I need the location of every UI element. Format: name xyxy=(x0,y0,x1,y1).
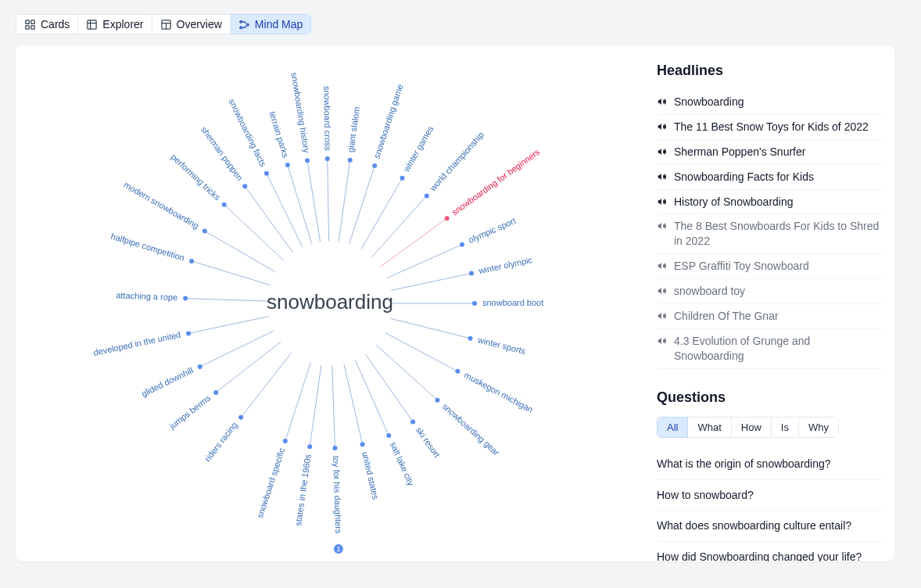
tab-explorer[interactable]: Explorer xyxy=(78,14,152,34)
mind-map-node-dot[interactable] xyxy=(305,158,310,163)
mind-map-node-label[interactable]: snowboard specific xyxy=(255,446,286,519)
mind-map-edge xyxy=(288,165,312,243)
question-item[interactable]: How to snowboard? xyxy=(657,480,882,511)
mind-map-node-dot[interactable] xyxy=(400,176,405,181)
mind-map-node-label[interactable]: sherman poppen xyxy=(199,124,245,182)
mind-map-node-dot[interactable] xyxy=(242,184,247,188)
mind-map-node-dot[interactable] xyxy=(410,420,415,425)
mind-map-node-label[interactable]: developed in the united xyxy=(93,330,182,357)
headline-item[interactable]: Snowboarding Facts for Kids xyxy=(657,165,882,190)
mind-map-node-label[interactable]: riders racing xyxy=(202,420,239,463)
cards-icon xyxy=(24,19,36,30)
mind-map-node-dot[interactable] xyxy=(283,439,288,443)
qtab-why[interactable]: Why xyxy=(799,417,839,438)
mind-map-node-label[interactable]: winter games xyxy=(401,124,435,174)
question-item[interactable]: How did Snowboarding changed your life? xyxy=(657,542,882,561)
mind-map-node-dot[interactable] xyxy=(198,364,202,369)
mind-map-node-dot[interactable] xyxy=(183,296,188,301)
headline-item[interactable]: History of Snowboarding xyxy=(657,190,882,215)
mind-map-node-label[interactable]: snowboard boot xyxy=(482,298,543,307)
tab-mind-map[interactable]: Mind Map xyxy=(231,14,311,34)
tab-cards[interactable]: Cards xyxy=(16,14,78,34)
mind-map-node-label[interactable]: attaching a rope xyxy=(116,290,177,302)
headline-item[interactable]: snowboard toy xyxy=(657,279,882,304)
mind-map-node-label[interactable]: salt lake city xyxy=(389,440,417,487)
mind-map-node-label[interactable]: world championship xyxy=(428,130,486,193)
mind-map-node-dot[interactable] xyxy=(189,259,194,264)
qtab-what[interactable]: What xyxy=(688,417,731,438)
qtab-all[interactable]: All xyxy=(657,417,688,438)
headline-item[interactable]: Sherman Poppen's Snurfer xyxy=(657,140,882,165)
mind-map-node-dot[interactable] xyxy=(472,301,477,306)
mind-map-node-label[interactable]: ski resort xyxy=(414,425,442,459)
mind-map-node-label[interactable]: jumps berms xyxy=(167,393,213,431)
headline-item[interactable]: The 8 Best Snowboards For Kids to Shred … xyxy=(657,214,882,254)
mind-map-node-label[interactable]: snowboard cross xyxy=(322,86,332,152)
mind-map-node-label[interactable]: performing tricks xyxy=(170,152,223,203)
mind-map-node-dot[interactable] xyxy=(186,331,191,335)
mind-map-node-dot[interactable] xyxy=(307,444,312,449)
mind-map-node-dot[interactable] xyxy=(332,446,337,450)
mind-map-node-dot[interactable] xyxy=(264,171,269,176)
qtab-how[interactable]: How xyxy=(732,417,772,438)
mind-map-node-label[interactable]: states in the 1960s xyxy=(293,454,313,527)
mind-map-node-label[interactable]: giant slalom xyxy=(346,106,361,153)
mind-map-node-label[interactable]: winter olympic xyxy=(477,255,533,276)
mind-map-node-dot[interactable] xyxy=(435,398,439,403)
mind-map-node-label[interactable]: snowboarding history xyxy=(289,72,311,154)
mind-map-edge xyxy=(376,346,437,400)
mind-map-node-label[interactable]: muskegon michigan xyxy=(463,370,535,414)
mind-map-node-dot[interactable] xyxy=(386,433,391,438)
mind-map-edge xyxy=(241,353,292,418)
headline-item[interactable]: 4.3 Evolution of Grunge and Snowboarding xyxy=(657,329,882,369)
tab-overview[interactable]: Overview xyxy=(152,14,231,34)
svg-point-6 xyxy=(240,20,242,23)
mind-map-node-dot[interactable] xyxy=(360,442,365,446)
mind-map-node-dot[interactable] xyxy=(213,390,218,395)
side-pane: Headlines SnowboardingThe 11 Best Snow T… xyxy=(644,45,894,561)
mind-map-node-dot[interactable] xyxy=(460,242,464,247)
mind-map-svg[interactable]: snowboardingsnowboard specificstates in … xyxy=(16,45,644,561)
headline-item[interactable]: The 11 Best Snow Toys for Kids of 2022 xyxy=(657,115,882,140)
mind-map-node-dot[interactable] xyxy=(222,203,227,207)
mind-map-node-label[interactable]: toy for his daughters xyxy=(331,456,343,535)
bullhorn-icon xyxy=(657,171,668,182)
mind-map-node-label[interactable]: halfpipe competition xyxy=(110,231,186,263)
mind-map-node-dot[interactable] xyxy=(445,216,450,220)
mind-map-node-label[interactable]: olympic sport xyxy=(467,216,517,245)
mind-map-center: snowboarding xyxy=(267,290,393,314)
mind-map-node-label[interactable]: snowboarding game xyxy=(372,83,405,160)
mind-map-node-label[interactable]: glided downhill xyxy=(140,365,195,398)
bullhorn-icon xyxy=(657,310,668,321)
mind-map-node-dot[interactable] xyxy=(425,194,429,199)
mind-map-node-dot[interactable] xyxy=(202,229,207,234)
mind-map-edge xyxy=(356,360,389,436)
bullhorn-icon xyxy=(657,335,668,346)
question-item[interactable]: What does snowboarding culture entail? xyxy=(657,511,882,542)
mind-map-node-dot[interactable] xyxy=(469,271,474,276)
mind-map-node-label[interactable]: modern snowboarding xyxy=(122,180,200,231)
mind-map-node-dot[interactable] xyxy=(468,336,473,341)
mind-map-node-label[interactable]: united states xyxy=(360,450,381,500)
mind-map-edge xyxy=(192,261,270,285)
question-item[interactable]: What is the origin of snowboarding? xyxy=(657,449,882,480)
mind-map-node-label[interactable]: winter sports xyxy=(476,335,527,356)
mind-map-edge xyxy=(307,160,320,242)
mind-map-node-dot[interactable] xyxy=(285,163,290,167)
mind-map-node-label[interactable]: terrain parks xyxy=(267,110,290,159)
headline-item[interactable]: ESP Graffiti Toy Snowboard xyxy=(657,254,882,279)
headline-item[interactable]: Snowboarding xyxy=(657,90,882,115)
layout-icon xyxy=(160,19,172,30)
mind-map-node-dot[interactable] xyxy=(372,163,377,168)
mind-map-pane[interactable]: snowboardingsnowboard specificstates in … xyxy=(16,45,644,561)
headline-text: History of Snowboarding xyxy=(674,195,794,210)
mind-map-node-label[interactable]: snowboarding gear xyxy=(441,401,502,457)
mind-map-icon xyxy=(238,19,250,30)
mind-map-node-dot[interactable] xyxy=(455,369,460,374)
mind-map-node-dot[interactable] xyxy=(238,415,243,420)
qtab-is[interactable]: Is xyxy=(772,417,799,438)
mind-map-node-label[interactable]: snowboarding facts xyxy=(228,97,269,168)
mind-map-node-dot[interactable] xyxy=(348,158,353,163)
headline-item[interactable]: Children Of The Gnar xyxy=(657,304,882,329)
mind-map-node-dot[interactable] xyxy=(325,156,330,161)
